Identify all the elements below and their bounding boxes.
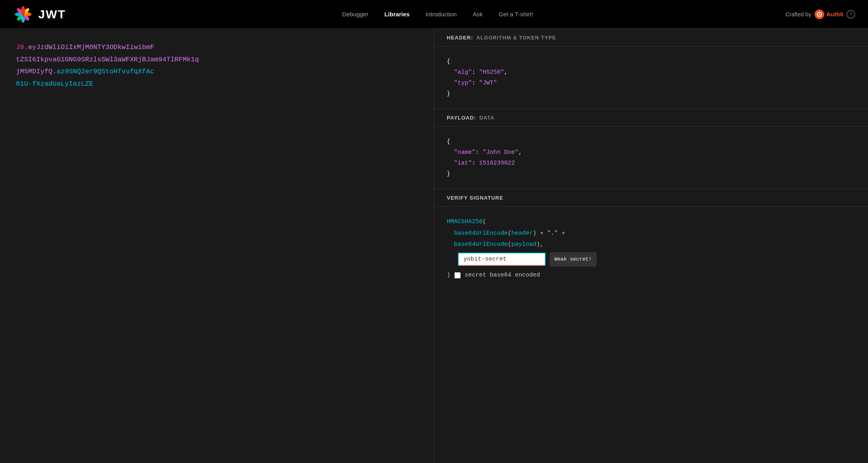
verify-line1: HMACSHA256(	[447, 216, 855, 228]
verify-line3: base64UrlEncode(payload),	[447, 239, 855, 251]
verify-close-row: ) secret base64 encoded	[447, 270, 855, 281]
secret-input[interactable]	[458, 253, 546, 266]
header-open-brace: {	[447, 58, 450, 65]
auth0-label: Auth0	[827, 11, 844, 18]
svg-point-7	[21, 6, 25, 16]
logo-icon	[13, 4, 33, 25]
name-key: "name"	[447, 149, 475, 156]
left-panel: J9.eyJzdWliOiIxMjM0NTY3ODkwIiwibmFtZSI6I…	[0, 29, 434, 463]
header-label-word: HEADER:	[447, 35, 473, 41]
alg-key: "alg"	[447, 69, 472, 76]
checkbox-label: secret base64 encoded	[465, 270, 540, 281]
help-icon[interactable]: ?	[846, 10, 855, 19]
main-content: J9.eyJzdWliOiIxMjM0NTY3ODkwIiwibmFtZSI6I…	[0, 29, 868, 463]
iat-key: "iat"	[447, 160, 472, 167]
nav-tshirt[interactable]: Get a T-shirt!	[499, 11, 533, 18]
weak-secret-badge: Weak secret!	[550, 252, 597, 267]
payload-label-sub: DATA	[479, 115, 495, 121]
main-nav: Debugger Libraries Introduction Ask Get …	[90, 11, 786, 18]
logo-text: JWT	[38, 8, 66, 21]
header-code-block: { "alg": "HS256", "typ": "JWT" }	[434, 47, 868, 109]
auth0-logo: Auth0	[815, 10, 844, 19]
jwt-part1: J9	[16, 43, 24, 51]
payload-section-label: PAYLOAD: DATA	[434, 109, 868, 127]
base64-checkbox[interactable]	[454, 272, 461, 279]
jwt-dot1: .	[24, 43, 28, 51]
nav-libraries[interactable]: Libraries	[384, 11, 409, 18]
auth0-icon	[815, 10, 824, 19]
nav-introduction[interactable]: Introduction	[426, 11, 457, 18]
verify-signature-label: VERIFY SIGNATURE	[434, 189, 868, 207]
header-label-sub: ALGORITHM & TOKEN TYPE	[476, 35, 556, 41]
verify-line2: base64UrlEncode(header) + "." +	[447, 228, 855, 239]
payload-code-block: { "name": "John Doe", "iat": 1516239022 …	[434, 127, 868, 189]
right-panel: HEADER: ALGORITHM & TOKEN TYPE { "alg": …	[434, 29, 868, 463]
nav-ask[interactable]: Ask	[473, 11, 483, 18]
payload-label-word: PAYLOAD:	[447, 115, 476, 121]
secret-input-row: Weak secret!	[447, 252, 855, 267]
crafted-by-label: Crafted by	[786, 11, 811, 18]
header-section-label: HEADER: ALGORITHM & TOKEN TYPE	[434, 29, 868, 47]
crafted-by: Crafted by Auth0 ?	[786, 10, 855, 19]
nav-debugger[interactable]: Debugger	[342, 11, 369, 18]
header: JWT Debugger Libraries Introduction Ask …	[0, 0, 868, 29]
verify-code-block: HMACSHA256( base64UrlEncode(header) + ".…	[434, 207, 868, 291]
logo-area: JWT	[13, 4, 66, 25]
jwt-dot2: .	[53, 68, 57, 75]
header-close-brace: }	[447, 90, 450, 97]
jwt-encoded: J9.eyJzdWliOiIxMjM0NTY3ODkwIiwibmFtZSI6I…	[16, 41, 418, 90]
typ-key: "typ"	[447, 80, 472, 86]
